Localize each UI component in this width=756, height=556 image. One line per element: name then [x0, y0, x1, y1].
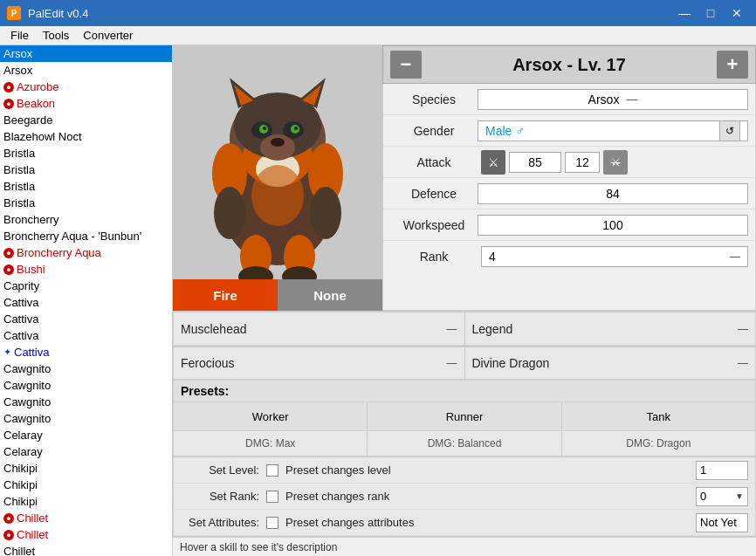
sidebar-item-celaray-0[interactable]: Celaray — [0, 427, 172, 443]
attack-row: Attack ⚔ 85 12 ⚔ — [383, 147, 755, 178]
sidebar-item-chikipi-1[interactable]: Chikipi — [0, 477, 172, 493]
preset-tank-button[interactable]: Tank — [562, 402, 755, 430]
passive-legend[interactable]: Legend — — [465, 312, 757, 346]
sidebar-item-chikipi-2[interactable]: Chikipi — [0, 493, 172, 510]
sidebar-item-bristla-2[interactable]: Bristla — [0, 178, 172, 195]
preset-rank-value: 0 — [700, 490, 706, 503]
minimize-button[interactable]: — — [672, 3, 697, 23]
attack-value[interactable]: 85 — [509, 152, 561, 173]
defence-label: Defence — [390, 187, 478, 201]
preset-level-desc: Preset changes level — [285, 463, 689, 477]
menu-converter[interactable]: Converter — [76, 26, 140, 45]
preset-attr-checkbox[interactable] — [266, 517, 278, 529]
sidebar-item-label: Chillet — [17, 528, 48, 541]
gender-value: Male ♂ ↺ — [478, 120, 748, 141]
sidebar-item-label: Bristla — [3, 180, 35, 193]
passive-ferocious-label: Ferocious — [181, 356, 234, 370]
sidebar-item-blazehowl[interactable]: Blazehowl Noct — [0, 128, 172, 145]
sidebar-item-label: Broncherry Aqua — [17, 246, 101, 259]
attack-crossed-icon: ⚔ — [603, 150, 628, 175]
menu-tools[interactable]: Tools — [36, 26, 76, 45]
preset-rank-checkbox[interactable] — [266, 491, 278, 503]
sidebar-item-broncherry-aqua[interactable]: ● Broncherry Aqua — [0, 244, 172, 261]
sidebar-item-label: Bristla — [3, 163, 35, 176]
sidebar-item-bristla-3[interactable]: Bristla — [0, 195, 172, 211]
sidebar-item-broncherry[interactable]: Broncherry — [0, 211, 172, 228]
sidebar-item-broncherry-aqua-bunbun[interactable]: Broncherry Aqua - 'Bunbun' — [0, 228, 172, 244]
sidebar-item-beegarde[interactable]: Beegarde — [0, 112, 172, 128]
maximize-button[interactable]: □ — [698, 3, 723, 23]
preset-level-input[interactable]: 1 — [696, 461, 748, 480]
close-button[interactable]: ✕ — [725, 3, 749, 23]
preset-rank-input[interactable]: 0 ▼ — [696, 487, 748, 506]
sidebar-item-beakon[interactable]: ● Beakon — [0, 95, 172, 112]
type-badge-none: None — [278, 279, 382, 311]
sidebar-item-arsox-1[interactable]: Arsox — [0, 62, 172, 79]
defence-value[interactable]: 84 — [478, 183, 748, 204]
sidebar-item-label: Bristla — [3, 147, 35, 160]
sidebar-item-label: Celaray — [3, 429, 43, 442]
sidebar-item-cawgnito-2[interactable]: Cawgnito — [0, 394, 172, 410]
preset-dmg-max-button[interactable]: DMG: Max — [174, 431, 368, 456]
title-bar: P PalEdit v0.4 — □ ✕ — [0, 0, 756, 26]
sidebar-item-bristla-0[interactable]: Bristla — [0, 145, 172, 161]
status-bar: Hover a skill to see it's description — [173, 537, 756, 556]
sidebar-item-arsox-0[interactable]: Arsox — [0, 45, 172, 62]
sidebar-item-cattiva-1[interactable]: Cattiva — [0, 311, 172, 327]
workspeed-value[interactable]: 100 — [478, 215, 748, 236]
sidebar-item-cattiva-2[interactable]: Cattiva — [0, 327, 172, 344]
sidebar-item-label: Azurobe — [17, 80, 58, 93]
species-arrow: — — [626, 93, 637, 106]
sidebar-item-label: Celaray — [3, 445, 43, 458]
passive-ferocious[interactable]: Ferocious — — [173, 347, 465, 381]
level-increase-button[interactable]: + — [717, 51, 748, 79]
app-title: PalEdit v0.4 — [28, 7, 88, 20]
sidebar-item-chillet-0[interactable]: ● Chillet — [0, 510, 172, 526]
red-dot-icon: ● — [3, 530, 14, 540]
presets-section: Presets: Worker Runner Tank DMG: Max DMG… — [173, 380, 756, 537]
level-decrease-button[interactable]: − — [390, 51, 422, 79]
attack-sub-value[interactable]: 12 — [565, 152, 600, 173]
passive-divine-dragon-label: Divine Dragon — [472, 356, 550, 370]
sidebar-item-chikipi-0[interactable]: Chikipi — [0, 460, 172, 477]
preset-dmg-dragon-button[interactable]: DMG: Dragon — [562, 431, 755, 456]
sidebar-item-label: Chillet — [3, 545, 35, 556]
sidebar-item-caprity[interactable]: Caprity — [0, 278, 172, 294]
red-dot-icon: ● — [3, 82, 14, 93]
pal-svg — [190, 60, 365, 296]
sidebar-item-cawgnito-0[interactable]: Cawgnito — [0, 360, 172, 377]
passive-divine-dragon[interactable]: Divine Dragon — — [465, 347, 757, 381]
sidebar-item-bristla-1[interactable]: Bristla — [0, 161, 172, 178]
preset-dmg-balanced-button[interactable]: DMG: Balanced — [368, 431, 561, 456]
rank-row: Rank 4 — — [383, 241, 755, 272]
sidebar-item-celaray-1[interactable]: Celaray — [0, 443, 172, 460]
preset-runner-button[interactable]: Runner — [368, 402, 561, 430]
species-value: Arsox — — [478, 89, 748, 110]
workspeed-label: Workspeed — [390, 218, 478, 232]
rank-value[interactable]: 4 — — [481, 246, 748, 267]
sidebar-item-cattiva-0[interactable]: Cattiva — [0, 294, 172, 311]
sidebar-item-chillet-2[interactable]: Chillet — [0, 543, 172, 556]
app-icon: P — [7, 6, 21, 20]
menu-file[interactable]: File — [3, 26, 36, 45]
preset-attr-value: Not Yet — [696, 513, 748, 532]
gender-reset-button[interactable]: ↺ — [719, 120, 740, 141]
sidebar-item-chillet-1[interactable]: ● Chillet — [0, 526, 172, 543]
sidebar-item-label: Broncherry — [3, 213, 59, 226]
svg-point-25 — [251, 165, 304, 226]
sidebar-item-bushi[interactable]: ● Bushi — [0, 261, 172, 278]
red-dot-icon: ● — [3, 99, 14, 109]
sidebar-item-label: Arsox — [3, 64, 32, 77]
sidebar-item-azurobe[interactable]: ● Azurobe — [0, 79, 172, 95]
red-dot-icon: ● — [3, 264, 14, 275]
preset-level-checkbox[interactable] — [266, 464, 278, 477]
sidebar: Arsox Arsox ● Azurobe ● Beakon Beegarde … — [0, 45, 173, 556]
sidebar-item-cawgnito-3[interactable]: Cawgnito — [0, 410, 172, 427]
preset-rank-desc: Preset changes rank — [285, 490, 689, 503]
preset-worker-button[interactable]: Worker — [174, 402, 368, 430]
passive-musclehead[interactable]: Musclehead — — [173, 312, 465, 346]
sidebar-item-cawgnito-1[interactable]: Cawgnito — [0, 377, 172, 394]
sidebar-item-cattiva-3[interactable]: ✦ Cattiva — [0, 344, 172, 360]
attack-label: Attack — [390, 155, 478, 169]
sidebar-item-label: Cattiva — [3, 329, 38, 342]
